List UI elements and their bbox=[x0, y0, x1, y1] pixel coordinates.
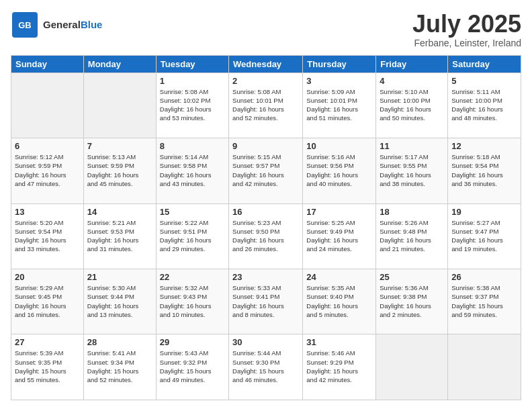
day-number: 26 bbox=[451, 272, 517, 282]
day-info: Sunrise: 5:16 AM Sunset: 9:56 PM Dayligh… bbox=[306, 152, 372, 188]
day-cell: 2Sunrise: 5:08 AM Sunset: 10:01 PM Dayli… bbox=[229, 73, 303, 138]
day-cell: 21Sunrise: 5:30 AM Sunset: 9:44 PM Dayli… bbox=[83, 269, 156, 334]
day-number: 6 bbox=[15, 141, 80, 151]
day-info: Sunrise: 5:13 AM Sunset: 9:59 PM Dayligh… bbox=[87, 152, 152, 188]
day-number: 18 bbox=[380, 207, 444, 217]
day-number: 12 bbox=[451, 141, 517, 151]
day-cell: 16Sunrise: 5:23 AM Sunset: 9:50 PM Dayli… bbox=[229, 203, 303, 269]
day-number: 9 bbox=[232, 141, 299, 151]
day-number: 31 bbox=[306, 337, 372, 347]
day-info: Sunrise: 5:36 AM Sunset: 9:38 PM Dayligh… bbox=[380, 283, 444, 319]
svg-text:GB: GB bbox=[18, 20, 32, 30]
day-number: 11 bbox=[380, 141, 444, 151]
day-cell: 13Sunrise: 5:20 AM Sunset: 9:54 PM Dayli… bbox=[11, 203, 84, 269]
day-cell: 23Sunrise: 5:33 AM Sunset: 9:41 PM Dayli… bbox=[229, 269, 303, 334]
week-row-3: 13Sunrise: 5:20 AM Sunset: 9:54 PM Dayli… bbox=[11, 203, 521, 269]
day-info: Sunrise: 5:38 AM Sunset: 9:37 PM Dayligh… bbox=[451, 283, 517, 319]
day-cell: 22Sunrise: 5:32 AM Sunset: 9:43 PM Dayli… bbox=[156, 269, 228, 334]
day-cell: 20Sunrise: 5:29 AM Sunset: 9:45 PM Dayli… bbox=[11, 269, 84, 334]
day-number: 14 bbox=[87, 207, 152, 217]
week-row-5: 27Sunrise: 5:39 AM Sunset: 9:35 PM Dayli… bbox=[11, 334, 521, 400]
day-info: Sunrise: 5:25 AM Sunset: 9:49 PM Dayligh… bbox=[306, 218, 372, 254]
day-cell: 17Sunrise: 5:25 AM Sunset: 9:49 PM Dayli… bbox=[303, 203, 376, 269]
day-info: Sunrise: 5:10 AM Sunset: 10:00 PM Daylig… bbox=[380, 87, 444, 123]
day-cell: 3Sunrise: 5:09 AM Sunset: 10:01 PM Dayli… bbox=[303, 73, 376, 138]
day-info: Sunrise: 5:20 AM Sunset: 9:54 PM Dayligh… bbox=[15, 218, 80, 254]
logo-blue: Blue bbox=[81, 19, 103, 30]
day-info: Sunrise: 5:09 AM Sunset: 10:01 PM Daylig… bbox=[306, 87, 372, 123]
day-cell: 10Sunrise: 5:16 AM Sunset: 9:56 PM Dayli… bbox=[303, 138, 376, 203]
day-number: 28 bbox=[87, 337, 152, 347]
day-number: 16 bbox=[232, 207, 299, 217]
day-cell: 31Sunrise: 5:46 AM Sunset: 9:29 PM Dayli… bbox=[303, 334, 376, 400]
day-number: 30 bbox=[232, 337, 299, 347]
day-info: Sunrise: 5:17 AM Sunset: 9:55 PM Dayligh… bbox=[380, 152, 444, 188]
weekday-header-wednesday: Wednesday bbox=[229, 55, 303, 73]
day-info: Sunrise: 5:08 AM Sunset: 10:01 PM Daylig… bbox=[232, 87, 299, 123]
day-number: 2 bbox=[232, 76, 299, 86]
day-info: Sunrise: 5:15 AM Sunset: 9:57 PM Dayligh… bbox=[232, 152, 299, 188]
day-info: Sunrise: 5:12 AM Sunset: 9:59 PM Dayligh… bbox=[15, 152, 80, 188]
day-cell: 9Sunrise: 5:15 AM Sunset: 9:57 PM Daylig… bbox=[229, 138, 303, 203]
day-cell: 8Sunrise: 5:14 AM Sunset: 9:58 PM Daylig… bbox=[156, 138, 228, 203]
logo-general: General bbox=[43, 19, 81, 30]
weekday-header-friday: Friday bbox=[376, 55, 448, 73]
day-cell: 6Sunrise: 5:12 AM Sunset: 9:59 PM Daylig… bbox=[11, 138, 84, 203]
day-cell: 4Sunrise: 5:10 AM Sunset: 10:00 PM Dayli… bbox=[376, 73, 448, 138]
day-cell: 1Sunrise: 5:08 AM Sunset: 10:02 PM Dayli… bbox=[156, 73, 228, 138]
day-info: Sunrise: 5:27 AM Sunset: 9:47 PM Dayligh… bbox=[451, 218, 517, 254]
weekday-header-sunday: Sunday bbox=[11, 55, 84, 73]
day-info: Sunrise: 5:46 AM Sunset: 9:29 PM Dayligh… bbox=[306, 349, 372, 384]
day-number: 23 bbox=[232, 272, 299, 282]
day-number: 19 bbox=[451, 207, 517, 217]
weekday-header-row: SundayMondayTuesdayWednesdayThursdayFrid… bbox=[11, 55, 521, 73]
day-info: Sunrise: 5:29 AM Sunset: 9:45 PM Dayligh… bbox=[15, 283, 80, 319]
day-cell: 29Sunrise: 5:43 AM Sunset: 9:32 PM Dayli… bbox=[156, 334, 228, 400]
day-number: 29 bbox=[160, 337, 225, 347]
day-info: Sunrise: 5:11 AM Sunset: 10:00 PM Daylig… bbox=[451, 87, 517, 123]
day-cell: 7Sunrise: 5:13 AM Sunset: 9:59 PM Daylig… bbox=[83, 138, 156, 203]
day-number: 22 bbox=[160, 272, 225, 282]
day-number: 4 bbox=[380, 76, 444, 86]
day-cell: 14Sunrise: 5:21 AM Sunset: 9:53 PM Dayli… bbox=[83, 203, 156, 269]
day-cell: 30Sunrise: 5:44 AM Sunset: 9:30 PM Dayli… bbox=[229, 334, 303, 400]
day-info: Sunrise: 5:43 AM Sunset: 9:32 PM Dayligh… bbox=[160, 349, 225, 384]
day-cell: 26Sunrise: 5:38 AM Sunset: 9:37 PM Dayli… bbox=[448, 269, 521, 334]
day-cell: 5Sunrise: 5:11 AM Sunset: 10:00 PM Dayli… bbox=[448, 73, 521, 138]
day-info: Sunrise: 5:14 AM Sunset: 9:58 PM Dayligh… bbox=[160, 152, 225, 188]
weekday-header-monday: Monday bbox=[83, 55, 156, 73]
day-cell bbox=[376, 334, 448, 400]
day-info: Sunrise: 5:18 AM Sunset: 9:54 PM Dayligh… bbox=[451, 152, 517, 188]
day-number: 1 bbox=[160, 76, 225, 86]
month-title: July 2025 bbox=[412, 11, 521, 38]
day-cell: 19Sunrise: 5:27 AM Sunset: 9:47 PM Dayli… bbox=[448, 203, 521, 269]
week-row-4: 20Sunrise: 5:29 AM Sunset: 9:45 PM Dayli… bbox=[11, 269, 521, 334]
week-row-2: 6Sunrise: 5:12 AM Sunset: 9:59 PM Daylig… bbox=[11, 138, 521, 203]
day-info: Sunrise: 5:39 AM Sunset: 9:35 PM Dayligh… bbox=[15, 349, 80, 384]
day-number: 27 bbox=[15, 337, 80, 347]
day-info: Sunrise: 5:23 AM Sunset: 9:50 PM Dayligh… bbox=[232, 218, 299, 254]
location-subtitle: Ferbane, Leinster, Ireland bbox=[412, 38, 521, 48]
day-number: 3 bbox=[306, 76, 372, 86]
day-number: 21 bbox=[87, 272, 152, 282]
day-info: Sunrise: 5:08 AM Sunset: 10:02 PM Daylig… bbox=[160, 87, 225, 123]
day-cell: 11Sunrise: 5:17 AM Sunset: 9:55 PM Dayli… bbox=[376, 138, 448, 203]
calendar-page: GB GeneralBlue July 2025 Ferbane, Leinst… bbox=[0, 0, 532, 411]
day-cell: 18Sunrise: 5:26 AM Sunset: 9:48 PM Dayli… bbox=[376, 203, 448, 269]
day-cell bbox=[83, 73, 156, 138]
day-number: 8 bbox=[160, 141, 225, 151]
day-info: Sunrise: 5:21 AM Sunset: 9:53 PM Dayligh… bbox=[87, 218, 152, 254]
day-number: 5 bbox=[451, 76, 517, 86]
day-cell: 25Sunrise: 5:36 AM Sunset: 9:38 PM Dayli… bbox=[376, 269, 448, 334]
day-cell: 12Sunrise: 5:18 AM Sunset: 9:54 PM Dayli… bbox=[448, 138, 521, 203]
day-number: 25 bbox=[380, 272, 444, 282]
day-cell: 24Sunrise: 5:35 AM Sunset: 9:40 PM Dayli… bbox=[303, 269, 376, 334]
weekday-header-tuesday: Tuesday bbox=[156, 55, 228, 73]
day-info: Sunrise: 5:30 AM Sunset: 9:44 PM Dayligh… bbox=[87, 283, 152, 319]
week-row-1: 1Sunrise: 5:08 AM Sunset: 10:02 PM Dayli… bbox=[11, 73, 521, 138]
day-number: 7 bbox=[87, 141, 152, 151]
day-cell bbox=[448, 334, 521, 400]
weekday-header-saturday: Saturday bbox=[448, 55, 521, 73]
day-info: Sunrise: 5:26 AM Sunset: 9:48 PM Dayligh… bbox=[380, 218, 444, 254]
day-number: 20 bbox=[15, 272, 80, 282]
